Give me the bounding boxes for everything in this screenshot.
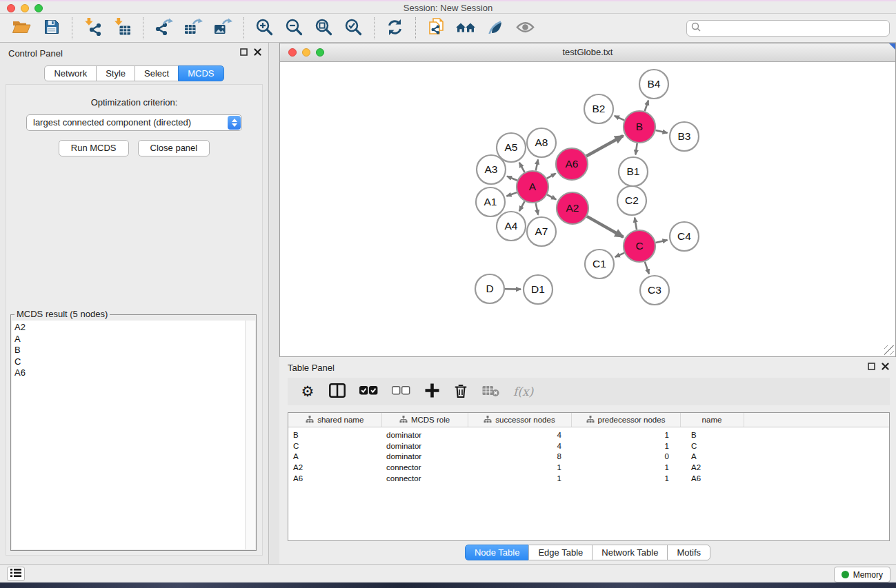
- column-header-shared-name[interactable]: shared name: [288, 413, 381, 427]
- table-cell[interactable]: 8: [468, 452, 571, 463]
- tab-style[interactable]: Style: [96, 65, 135, 81]
- network-window-titlebar[interactable]: testGlobe.txt: [280, 43, 895, 62]
- table-cell[interactable]: B: [680, 427, 744, 440]
- column-header-name[interactable]: name: [680, 413, 744, 427]
- table-cell[interactable]: dominator: [381, 452, 468, 463]
- node-C4[interactable]: C4: [670, 222, 699, 251]
- column-header-mcds-role[interactable]: MCDS role: [381, 413, 468, 427]
- close-panel-button[interactable]: Close panel: [138, 140, 210, 156]
- table-cell[interactable]: 1: [571, 462, 680, 473]
- node-A7[interactable]: A7: [527, 217, 556, 246]
- node-C3[interactable]: C3: [640, 276, 669, 305]
- table-cell[interactable]: 1: [468, 462, 571, 473]
- table-cell[interactable]: 1: [468, 473, 571, 484]
- edge-B-B3[interactable]: [655, 130, 667, 133]
- node-C[interactable]: C: [624, 230, 655, 262]
- column-visibility-button[interactable]: [329, 382, 346, 401]
- result-item[interactable]: C: [14, 356, 246, 368]
- memory-button[interactable]: Memory: [834, 567, 890, 582]
- node-B1[interactable]: B1: [619, 157, 648, 186]
- edge-A6-B[interactable]: [586, 136, 623, 156]
- node-A6[interactable]: A6: [556, 148, 588, 180]
- edge-A2-C[interactable]: [587, 216, 624, 237]
- node-B2[interactable]: B2: [584, 94, 613, 123]
- table-cell[interactable]: 1: [571, 473, 680, 484]
- table-row[interactable]: Adominator80A: [288, 452, 889, 463]
- table-row[interactable]: Bdominator41B: [288, 427, 889, 440]
- function-builder-button[interactable]: f(x): [513, 382, 533, 401]
- table-cell[interactable]: dominator: [381, 427, 468, 440]
- show-all-button[interactable]: [510, 16, 540, 41]
- node-B4[interactable]: B4: [639, 70, 668, 99]
- hide-details-button[interactable]: [481, 16, 510, 41]
- node-A4[interactable]: A4: [497, 212, 526, 241]
- table-tab-motifs[interactable]: Motifs: [667, 545, 710, 560]
- node-A5[interactable]: A5: [497, 133, 526, 162]
- node-A1[interactable]: A1: [476, 187, 505, 216]
- table-cell[interactable]: C: [288, 440, 381, 452]
- table-cell[interactable]: A: [680, 452, 744, 463]
- node-A3[interactable]: A3: [477, 155, 506, 184]
- search-box[interactable]: [686, 20, 890, 37]
- export-table-button[interactable]: [179, 16, 208, 41]
- search-input[interactable]: [704, 21, 889, 35]
- edge-A-A8[interactable]: [536, 159, 538, 170]
- edge-C-C1[interactable]: [615, 253, 624, 257]
- node-A[interactable]: A: [517, 171, 548, 203]
- edge-A-A6[interactable]: [547, 174, 556, 179]
- import-table-button[interactable]: [108, 16, 137, 41]
- table-cell[interactable]: 0: [571, 452, 680, 463]
- select-all-button[interactable]: [359, 382, 378, 401]
- edge-A-A2[interactable]: [547, 194, 556, 199]
- task-history-button[interactable]: [7, 567, 25, 581]
- float-table-panel-icon[interactable]: [868, 363, 875, 370]
- result-list-scrollbar[interactable]: [245, 321, 255, 549]
- edge-A-A3[interactable]: [507, 176, 517, 181]
- network-canvas[interactable]: B4B2BB3A8A5A6A3B1AC2A1A2A4A7C4CC1DD1C3: [281, 61, 895, 356]
- float-panel-icon[interactable]: [240, 48, 248, 56]
- table-cell[interactable]: A: [288, 452, 381, 463]
- column-header-predecessor-nodes[interactable]: predecessor nodes: [571, 413, 680, 427]
- delete-column-button[interactable]: [453, 382, 468, 401]
- table-cell[interactable]: 1: [571, 427, 680, 440]
- node-A8[interactable]: A8: [527, 128, 556, 157]
- zoom-fit-button[interactable]: [309, 16, 339, 41]
- close-panel-icon[interactable]: [254, 48, 261, 56]
- node-D1[interactable]: D1: [524, 275, 552, 304]
- table-tab-edge-table[interactable]: Edge Table: [528, 545, 593, 560]
- result-item[interactable]: A: [14, 334, 246, 345]
- edge-B-B4[interactable]: [645, 101, 648, 112]
- node-table[interactable]: shared nameMCDS rolesuccessor nodesprede…: [288, 412, 890, 541]
- deselect-all-button[interactable]: [392, 382, 410, 401]
- save-session-button[interactable]: [37, 16, 66, 41]
- export-image-button[interactable]: [208, 16, 238, 41]
- run-mcds-button[interactable]: Run MCDS: [59, 140, 129, 156]
- result-item[interactable]: A2: [14, 322, 246, 334]
- node-B3[interactable]: B3: [670, 122, 699, 151]
- table-tab-node-table[interactable]: Node Table: [465, 545, 530, 560]
- edge-A-A4[interactable]: [519, 201, 525, 211]
- table-cell[interactable]: 4: [468, 427, 571, 440]
- edge-B-B2[interactable]: [615, 116, 624, 120]
- tab-network[interactable]: Network: [44, 65, 97, 81]
- resize-grip[interactable]: [884, 345, 894, 355]
- add-column-button[interactable]: [424, 382, 439, 401]
- node-C1[interactable]: C1: [585, 250, 614, 278]
- result-item[interactable]: B: [14, 345, 246, 356]
- node-B[interactable]: B: [624, 111, 655, 143]
- delete-table-button[interactable]: [482, 382, 499, 401]
- mcds-result-list[interactable]: A2ABCA6: [12, 321, 246, 549]
- apply-layout-button[interactable]: [380, 16, 410, 41]
- zoom-out-button[interactable]: [279, 16, 309, 41]
- open-folder-button[interactable]: [7, 16, 37, 41]
- table-cell[interactable]: B: [288, 427, 381, 440]
- table-cell[interactable]: A2: [288, 462, 381, 473]
- tab-select[interactable]: Select: [135, 65, 179, 81]
- import-network-button[interactable]: [78, 16, 108, 41]
- first-neighbors-button[interactable]: [451, 16, 481, 41]
- table-cell[interactable]: A6: [288, 473, 381, 484]
- edge-B-B1[interactable]: [635, 143, 637, 154]
- table-cell[interactable]: A2: [680, 462, 744, 473]
- table-cell[interactable]: connector: [381, 473, 468, 484]
- edge-C-C3[interactable]: [645, 262, 649, 274]
